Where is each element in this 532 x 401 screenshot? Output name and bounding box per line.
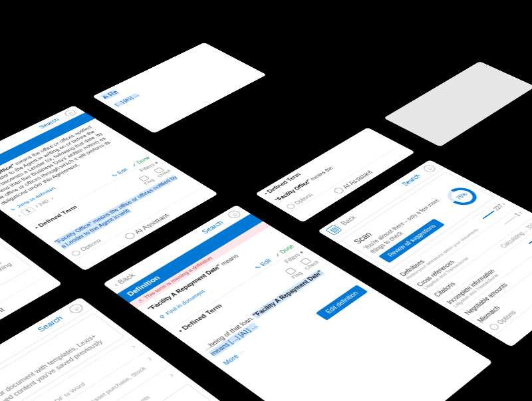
pager-next[interactable]: › [49, 196, 55, 200]
search-icon[interactable]: ⌕ [66, 303, 85, 315]
search-icon[interactable]: ⌕ [422, 164, 438, 173]
search-link[interactable]: Search [36, 315, 65, 333]
rep-title: A Re [92, 43, 218, 104]
progress-value: 75% [447, 188, 477, 205]
scan-icon[interactable]: ▤ [325, 225, 342, 235]
gear-icon [285, 203, 297, 209]
pager-prev[interactable]: ‹ [16, 213, 22, 217]
search-icon[interactable]: ⌕ [63, 109, 78, 117]
back-button[interactable]: Back [339, 215, 358, 227]
panel-right-edge [384, 61, 532, 147]
chevron-right-icon: › [128, 342, 138, 350]
panel-rep-fragment: A Re […] [A1] … [92, 43, 267, 134]
ai-logo-icon [123, 231, 136, 240]
chevron-right-icon: › [166, 370, 177, 378]
search-link[interactable]: Search [400, 173, 423, 187]
search-icon[interactable]: ⌕ [225, 209, 243, 219]
gear-icon [488, 323, 501, 331]
